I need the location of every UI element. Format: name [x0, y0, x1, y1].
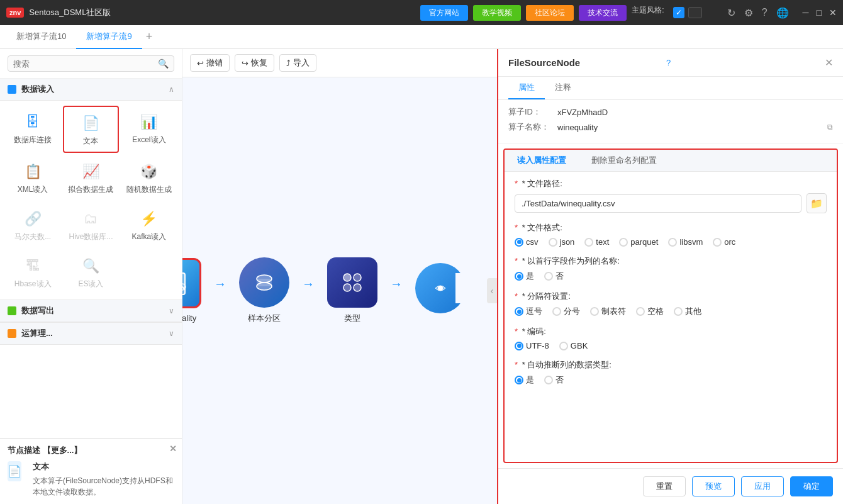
tab-add-button[interactable]: +: [146, 30, 153, 43]
section-algo-header[interactable]: 运算理... ∨: [0, 322, 182, 345]
format-text-label: text: [596, 237, 609, 247]
undo-button[interactable]: ↩ 撤销: [190, 54, 230, 72]
titlebar: znv Sentosa_DSML社区版 官方网站 教学视频 社区论坛 技术交流 …: [0, 0, 843, 25]
confirm-button[interactable]: 确定: [790, 476, 833, 496]
required-star5: *: [515, 327, 518, 336]
sidebar-item-db-connect[interactable]: 🗄 数据库连接: [5, 106, 60, 153]
refresh-icon[interactable]: ↻: [727, 7, 735, 19]
config-tab-import[interactable]: 读入属性配置: [505, 150, 579, 171]
theme-dark-icon[interactable]: [688, 7, 702, 18]
flow-node-partial[interactable]: [415, 263, 466, 318]
header-field: * * 以首行字段作为列的名称: 是 否: [515, 255, 827, 282]
search-input[interactable]: [13, 59, 158, 69]
partial-circle-node-box[interactable]: [415, 263, 466, 313]
auto-type-no-option[interactable]: 否: [544, 374, 564, 386]
format-json-label: json: [560, 237, 575, 247]
encoding-utf8-label: UTF-8: [526, 341, 549, 350]
auto-type-yes-option[interactable]: 是: [515, 374, 534, 386]
format-json-option[interactable]: json: [549, 237, 575, 247]
format-libsvm-dot: [668, 238, 677, 247]
sidebar-item-random-data[interactable]: 🎲 随机数据生成: [121, 155, 177, 200]
nav-tutorial[interactable]: 教学视频: [473, 5, 521, 21]
maximize-button[interactable]: □: [817, 8, 822, 18]
nav-official[interactable]: 官方网站: [420, 5, 468, 21]
sidebar-item-excel[interactable]: 📊 Excel读入: [121, 106, 177, 153]
type-label: 类型: [344, 313, 360, 324]
file-format-field: * * 文件格式: csv json: [515, 222, 827, 247]
format-csv-dot: [515, 238, 523, 247]
header-yes-option[interactable]: 是: [515, 271, 534, 282]
tab-flow9[interactable]: 新增算子流9: [76, 25, 142, 49]
redo-label: 恢复: [251, 57, 267, 69]
delimiter-tab-label: 制表符: [601, 306, 626, 317]
section-icon: [8, 85, 16, 94]
file-path-input[interactable]: [515, 194, 801, 213]
share-icon[interactable]: ⚙: [744, 7, 753, 19]
flow-node-sample-split[interactable]: 样本分区: [239, 257, 289, 324]
partial-circle-cut: [455, 273, 468, 303]
apply-button[interactable]: 应用: [741, 476, 784, 496]
tab-properties[interactable]: 属性: [508, 77, 545, 99]
minimize-button[interactable]: ─: [803, 8, 809, 18]
meta-algo-id-row: 算子ID： xFVZpMhadD: [508, 106, 833, 118]
flow-node-winequality[interactable]: winequality: [182, 258, 201, 323]
flow-nodes: winequality → 样本分区 →: [182, 257, 466, 324]
globe-icon[interactable]: 🌐: [776, 7, 789, 19]
node-desc-close-button[interactable]: ✕: [169, 444, 177, 454]
section-data-output-header[interactable]: 数据写出 ∨: [0, 300, 182, 322]
sidebar-item-kafka[interactable]: ⚡ Kafka读入: [121, 203, 177, 247]
delimiter-other-label: 其他: [685, 306, 701, 317]
file-format-label: * * 文件格式:: [515, 222, 827, 233]
right-panel-help-icon[interactable]: ?: [666, 58, 671, 67]
delimiter-tab-option[interactable]: 制表符: [590, 306, 626, 317]
canvas: winequality → 样本分区 →: [182, 77, 497, 503]
right-panel-close-button[interactable]: ✕: [825, 57, 833, 69]
nav-tech[interactable]: 技术交流: [579, 5, 627, 21]
redo-button[interactable]: ↪ 恢复: [235, 54, 274, 72]
canvas-collapse-button[interactable]: ‹: [487, 278, 497, 303]
sidebar-item-hbase: 🏗 Hbase读入: [5, 250, 60, 294]
delimiter-semicolon-option[interactable]: 分号: [552, 306, 580, 317]
format-csv-option[interactable]: csv: [515, 237, 539, 247]
sidebar-item-xml[interactable]: 📋 XML读入: [5, 155, 60, 200]
hive-label: Hive数据库...: [69, 232, 113, 242]
meta-algo-name-value: winequality: [557, 123, 822, 132]
reset-button[interactable]: 重置: [643, 476, 686, 496]
section2-icon: [8, 306, 16, 315]
encoding-utf8-option[interactable]: UTF-8: [515, 341, 549, 350]
format-libsvm-option[interactable]: libsvm: [668, 237, 703, 247]
sample-split-node-box[interactable]: [239, 257, 289, 308]
delimiter-other-option[interactable]: 其他: [674, 306, 701, 317]
tab-notes[interactable]: 注释: [545, 77, 581, 99]
format-orc-option[interactable]: orc: [713, 237, 735, 247]
sidebar-item-fit-data[interactable]: 📈 拟合数据生成: [63, 155, 118, 200]
copy-icon[interactable]: ⧉: [827, 123, 833, 132]
folder-browse-button[interactable]: 📁: [807, 193, 827, 213]
tab-flow10[interactable]: 新增算子流10: [6, 25, 76, 49]
encoding-radio-group: UTF-8 GBK: [515, 341, 827, 350]
delimiter-label: * * 分隔符设置:: [515, 291, 827, 302]
section-data-input-header[interactable]: 数据读入 ∧: [0, 79, 182, 101]
sidebar-item-text[interactable]: 📄 文本: [63, 106, 118, 153]
export-button[interactable]: ⤴ 导入: [279, 54, 316, 72]
right-panel-header: FileSourceNode ? ✕: [498, 49, 843, 77]
type-node-box[interactable]: [327, 257, 377, 308]
config-tab-rename[interactable]: 删除重命名列配置: [579, 150, 669, 171]
delimiter-space-option[interactable]: 空格: [636, 306, 664, 317]
header-no-option[interactable]: 否: [544, 271, 564, 282]
format-parquet-dot: [619, 238, 628, 247]
delimiter-comma-option[interactable]: 逗号: [515, 306, 542, 317]
help-icon[interactable]: ?: [762, 7, 768, 18]
format-text-option[interactable]: text: [584, 237, 609, 247]
format-parquet-option[interactable]: parquet: [619, 237, 658, 247]
nav-community[interactable]: 社区论坛: [526, 5, 574, 21]
auto-type-no-label: 否: [555, 374, 564, 386]
encoding-gbk-dot: [559, 342, 568, 350]
close-button[interactable]: ✕: [829, 8, 837, 18]
encoding-gbk-option[interactable]: GBK: [559, 341, 588, 350]
section2-arrow-icon: ∨: [169, 306, 174, 315]
flow-node-type[interactable]: 类型: [327, 257, 377, 324]
theme-check-icon[interactable]: ✓: [673, 7, 684, 18]
winequality-node-box[interactable]: [182, 258, 201, 308]
preview-button[interactable]: 预览: [692, 476, 735, 496]
